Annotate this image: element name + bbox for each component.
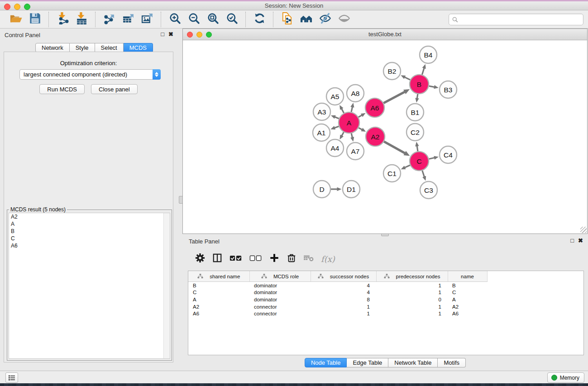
- result-item[interactable]: A: [9, 220, 170, 228]
- graph-node-A[interactable]: A: [339, 112, 359, 133]
- tab-select[interactable]: Select: [95, 43, 124, 52]
- cell-mcds-role: dominator: [249, 282, 311, 289]
- result-item[interactable]: A6: [9, 242, 170, 249]
- float-table-panel-icon[interactable]: □: [570, 238, 574, 244]
- hide-selected-button[interactable]: [318, 13, 332, 26]
- graph-node-A3[interactable]: A3: [313, 103, 330, 120]
- export-image-button[interactable]: [140, 13, 154, 26]
- zoom-fit-button[interactable]: [206, 13, 220, 26]
- delete-column-button[interactable]: [284, 253, 299, 265]
- graph-node-A4[interactable]: A4: [326, 139, 344, 157]
- import-network-icon: [57, 12, 69, 26]
- resize-grip-icon[interactable]: [580, 227, 587, 233]
- export-network-icon: [103, 12, 115, 26]
- export-network-button[interactable]: [102, 13, 116, 26]
- search-input[interactable]: [460, 15, 583, 24]
- graph-node-B[interactable]: B: [410, 75, 429, 94]
- edge-C-C3[interactable]: [422, 171, 425, 177]
- column-header-shared-name[interactable]: shared name: [188, 271, 249, 282]
- table-row[interactable]: Cdominator41C: [188, 289, 583, 296]
- first-neighbors-button[interactable]: [299, 13, 313, 26]
- import-table-button[interactable]: [75, 13, 88, 26]
- edge-B-B4[interactable]: [422, 67, 424, 75]
- column-header-successor-nodes[interactable]: successor nodes: [311, 271, 376, 282]
- desktop-wallpaper-bottom: [0, 383, 588, 386]
- tab-network-table[interactable]: Network Table: [388, 358, 438, 367]
- result-item[interactable]: C: [9, 235, 170, 242]
- edge-C-C4[interactable]: [429, 157, 435, 159]
- table-row[interactable]: A6connector11A6: [188, 310, 583, 317]
- result-item[interactable]: A2: [9, 213, 170, 220]
- graph-node-B4[interactable]: B4: [420, 46, 437, 63]
- graph-node-B1[interactable]: B1: [406, 104, 424, 121]
- graph-node-D1[interactable]: D1: [343, 181, 360, 198]
- tab-style[interactable]: Style: [70, 43, 95, 52]
- tab-motifs[interactable]: Motifs: [438, 358, 466, 367]
- zoom-selected-button[interactable]: [225, 13, 239, 26]
- column-header-name[interactable]: name: [448, 271, 487, 282]
- edge-A2-C[interactable]: [384, 142, 406, 154]
- table-row[interactable]: Bdominator41B: [188, 282, 583, 289]
- table-toolbar: f(x): [188, 250, 584, 268]
- close-panel-button[interactable]: Close panel: [91, 84, 138, 94]
- graph-node-C[interactable]: C: [410, 152, 429, 171]
- graph-node-B2[interactable]: B2: [383, 62, 401, 80]
- graph-node-A2[interactable]: A2: [366, 127, 385, 146]
- zoom-in-button[interactable]: [168, 13, 182, 26]
- edge-B-B2[interactable]: [404, 77, 411, 80]
- graph-node-C4[interactable]: C4: [440, 146, 457, 163]
- graph-node-A8[interactable]: A8: [347, 85, 364, 102]
- import-network-button[interactable]: [56, 13, 69, 26]
- close-panel-icon[interactable]: ✖: [168, 31, 173, 38]
- table-settings-button[interactable]: [192, 253, 208, 265]
- edge-B-B3[interactable]: [429, 86, 435, 87]
- graph-node-A6[interactable]: A6: [365, 98, 384, 117]
- show-all-button[interactable]: [337, 13, 351, 26]
- graph-node-C1[interactable]: C1: [383, 165, 401, 182]
- network-graph[interactable]: B4B2BB3A8A5A6A3B1AC2A1A2A4A7C4CC1C3DD1: [183, 40, 587, 234]
- tab-node-table[interactable]: Node Table: [305, 358, 347, 367]
- open-session-button[interactable]: [9, 13, 23, 26]
- graph-node-C2[interactable]: C2: [406, 124, 424, 141]
- zoom-out-button[interactable]: [187, 13, 201, 26]
- close-table-panel-icon[interactable]: ✖: [578, 238, 583, 244]
- memory-button[interactable]: Memory: [547, 372, 584, 383]
- node-label: D: [319, 186, 324, 193]
- result-list-scrollbar[interactable]: [163, 213, 170, 358]
- deselect-all-button[interactable]: [247, 253, 265, 265]
- export-table-button[interactable]: [121, 13, 135, 26]
- function-builder-button[interactable]: f(x): [321, 254, 335, 264]
- add-column-button[interactable]: [267, 253, 282, 265]
- tab-mcds[interactable]: MCDS: [124, 43, 153, 52]
- refresh-button[interactable]: [253, 13, 266, 26]
- column-header-mcds-role[interactable]: MCDS role: [249, 271, 311, 282]
- show-columns-button[interactable]: [210, 253, 225, 265]
- graph-node-A1[interactable]: A1: [313, 124, 330, 141]
- edge-C-C1[interactable]: [404, 165, 410, 168]
- search-field[interactable]: [449, 14, 583, 25]
- run-mcds-button[interactable]: Run MCDS: [39, 84, 85, 94]
- network-canvas[interactable]: B4B2BB3A8A5A6A3B1AC2A1A2A4A7C4CC1C3DD1: [183, 40, 587, 234]
- tab-network[interactable]: Network: [35, 43, 70, 52]
- graph-node-A7[interactable]: A7: [347, 143, 364, 160]
- task-history-button[interactable]: [5, 372, 18, 383]
- column-header-predecessor-nodes[interactable]: predecessor nodes: [376, 271, 448, 282]
- save-session-button[interactable]: [28, 13, 42, 26]
- graph-node-A5[interactable]: A5: [326, 88, 344, 105]
- table-row[interactable]: A2connector11A2: [188, 303, 583, 310]
- copy-network-button[interactable]: [280, 13, 294, 26]
- float-panel-icon[interactable]: □: [161, 31, 164, 38]
- optimization-criterion-select[interactable]: largest connected component (directed): [19, 69, 161, 80]
- network-window-titlebar[interactable]: testGlobe.txt: [183, 29, 587, 40]
- graph-node-D[interactable]: D: [313, 181, 330, 198]
- delete-table-button[interactable]: [301, 253, 316, 265]
- result-item[interactable]: B: [9, 228, 170, 235]
- table-row[interactable]: Adominator80A: [188, 296, 583, 303]
- graph-node-C3[interactable]: C3: [420, 181, 437, 199]
- tab-edge-table[interactable]: Edge Table: [347, 358, 388, 367]
- mcds-result-list[interactable]: A2ABCA6: [9, 213, 170, 359]
- graph-node-B3[interactable]: B3: [440, 81, 457, 98]
- select-all-button[interactable]: [227, 253, 245, 265]
- node-table[interactable]: shared nameMCDS rolesuccessor nodesprede…: [188, 271, 584, 355]
- edge-A6-B[interactable]: [383, 91, 405, 103]
